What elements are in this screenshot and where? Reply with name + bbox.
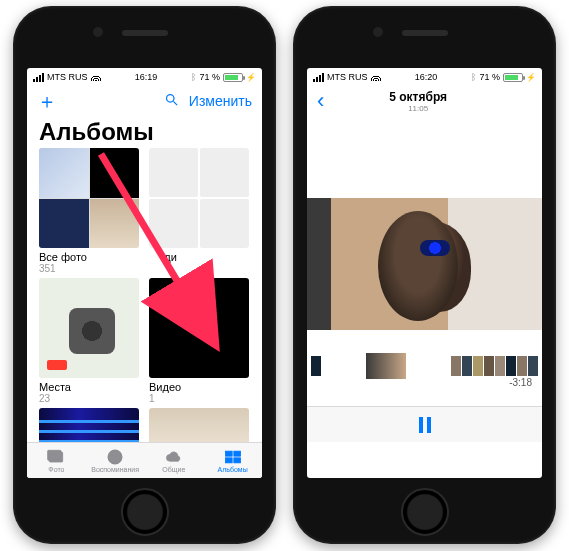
video-player-area[interactable]: -3:18: [307, 116, 542, 442]
album-label: Места: [39, 381, 139, 393]
tab-label: Альбомы: [218, 466, 248, 473]
scrubber-current-icon[interactable]: [366, 353, 406, 379]
album-label: Все фото: [39, 251, 139, 263]
albums-grid[interactable]: Все фото 351 ЛюЛюдиди Места 23: [27, 148, 262, 442]
album-all-photos[interactable]: Все фото 351: [39, 148, 139, 274]
charging-icon: ⚡: [526, 73, 536, 82]
status-bar: MTS RUS 16:20 ᛒ 71 % ⚡: [307, 68, 542, 86]
clock-label: 16:20: [415, 72, 438, 82]
playback-toolbar: [307, 406, 542, 442]
album-count: 23: [39, 393, 139, 404]
phone-albums: MTS RUS 16:19 ᛒ 71 % ⚡ ＋: [13, 6, 276, 544]
album-label: ЛюЛюдиди: [149, 251, 249, 263]
wifi-icon: [371, 73, 381, 81]
add-album-button[interactable]: ＋: [37, 91, 57, 111]
screen-albums: MTS RUS 16:19 ᛒ 71 % ⚡ ＋: [27, 68, 262, 478]
svg-rect-8: [225, 457, 232, 462]
page-title: Альбомы: [27, 116, 262, 152]
album-count: 351: [39, 263, 139, 274]
status-bar: MTS RUS 16:19 ᛒ 71 % ⚡: [27, 68, 262, 86]
battery-icon: [223, 73, 243, 82]
album-people[interactable]: ЛюЛюдиди: [149, 148, 249, 274]
phone-speaker: [402, 30, 448, 36]
clock-label: 16:19: [135, 72, 158, 82]
battery-icon: [503, 73, 523, 82]
carrier-label: MTS RUS: [327, 72, 368, 82]
edit-button[interactable]: Изменить: [189, 93, 252, 109]
pause-button[interactable]: [419, 417, 431, 433]
svg-rect-7: [233, 451, 240, 456]
album-video[interactable]: Видео 1: [149, 278, 249, 404]
nav-title: 5 октября: [324, 90, 512, 104]
nav-subtitle: 11:05: [324, 104, 512, 113]
phone-video-player: MTS RUS 16:20 ᛒ 71 % ⚡ ‹ 5 октября 11:05: [293, 6, 556, 544]
album-count: 1: [149, 393, 249, 404]
screen-video: MTS RUS 16:20 ᛒ 71 % ⚡ ‹ 5 октября 11:05: [307, 68, 542, 478]
back-button[interactable]: ‹: [317, 90, 324, 112]
svg-rect-9: [233, 457, 240, 462]
svg-rect-4: [48, 450, 61, 460]
signal-icon: [313, 73, 324, 82]
nav-bar: ‹ 5 октября 11:05: [307, 86, 542, 116]
tab-bar: Фото Воспоминания Общие Альбомы: [27, 442, 262, 478]
photos-icon: [46, 449, 66, 465]
home-button[interactable]: [121, 488, 169, 536]
album-label: Видео: [149, 381, 249, 393]
home-button[interactable]: [401, 488, 449, 536]
svg-line-1: [173, 101, 177, 105]
bluetooth-icon: ᛒ: [191, 72, 196, 82]
svg-point-0: [166, 95, 174, 103]
phone-camera-dot: [373, 27, 383, 37]
cloud-icon: [164, 449, 184, 465]
svg-rect-6: [225, 451, 232, 456]
phone-camera-dot: [93, 27, 103, 37]
wifi-icon: [91, 73, 101, 81]
bluetooth-icon: ᛒ: [471, 72, 476, 82]
album-partial-2[interactable]: [149, 408, 249, 442]
tab-label: Фото: [48, 466, 64, 473]
tab-label: Воспоминания: [91, 466, 139, 473]
carrier-label: MTS RUS: [47, 72, 88, 82]
charging-icon: ⚡: [246, 73, 256, 82]
video-frame[interactable]: [307, 198, 542, 330]
album-partial-1[interactable]: [39, 408, 139, 442]
search-button[interactable]: [164, 92, 179, 110]
tab-label: Общие: [162, 466, 185, 473]
tab-shared[interactable]: Общие: [145, 443, 204, 478]
places-partial-caption: ль С: [177, 312, 196, 322]
tab-photos[interactable]: Фото: [27, 443, 86, 478]
tab-albums[interactable]: Альбомы: [203, 443, 262, 478]
albums-icon: [223, 449, 243, 465]
tab-memories[interactable]: Воспоминания: [86, 443, 145, 478]
battery-percent: 71 %: [199, 72, 220, 82]
memories-icon: [105, 449, 125, 465]
signal-icon: [33, 73, 44, 82]
nav-bar: ＋ Изменить: [27, 86, 262, 116]
battery-percent: 71 %: [479, 72, 500, 82]
phone-speaker: [122, 30, 168, 36]
scrubber[interactable]: [307, 352, 542, 380]
album-places[interactable]: Места 23: [39, 278, 139, 404]
